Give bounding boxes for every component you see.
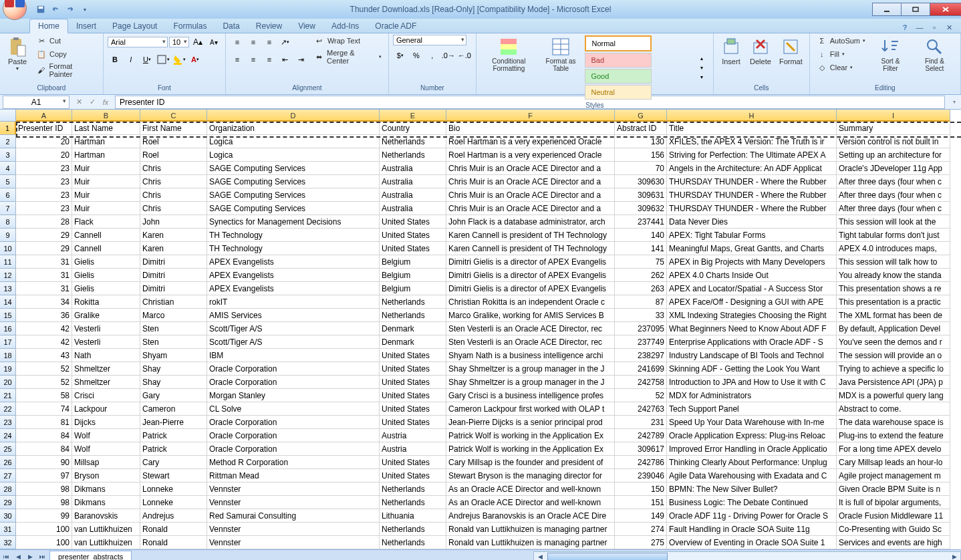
cell[interactable]: Vennster [207,536,380,549]
scroll-right-icon[interactable]: ▶ [948,551,960,561]
row-header[interactable]: 20 [0,376,16,389]
column-header[interactable]: F [446,110,615,122]
column-header[interactable]: B [72,110,140,122]
styles-down-icon[interactable]: ▾ [694,63,709,72]
style-bad[interactable]: Bad [585,53,652,67]
cell[interactable]: This session will talk how to [837,255,950,269]
row-header[interactable]: 4 [0,162,16,175]
cell[interactable]: This session will look at the [837,215,950,229]
formula-expand-icon[interactable]: ▾ [948,96,961,108]
scroll-left-icon[interactable]: ◀ [534,551,546,561]
cell[interactable]: TH Technology [207,229,380,242]
cell[interactable]: Abstract ID [615,122,667,135]
cell[interactable]: Netherlands [380,295,446,309]
column-header[interactable]: E [380,110,446,122]
cell[interactable]: Country [380,122,446,135]
delete-cells-button[interactable]: Delete [747,35,774,83]
cell[interactable]: Organization [207,122,380,135]
cell[interactable]: Tech Support Panel [667,402,837,416]
cell[interactable]: Sten Vesterli is an Oracle ACE Director,… [446,322,615,335]
cell[interactable]: Denmark [380,322,446,335]
cell[interactable]: 31 [16,255,72,269]
cell[interactable]: Hartman [72,148,140,162]
cell[interactable]: Roel Hartman is a very experienced Oracl… [446,135,615,148]
cell[interactable]: 23 [16,188,72,202]
cell[interactable]: 100 [16,523,72,536]
cell[interactable]: Karen [140,242,207,255]
cell[interactable]: Oracle Corporation [207,429,380,442]
cell[interactable]: Gielis [72,282,140,295]
column-header[interactable]: G [615,110,667,122]
cell[interactable]: It is full of bipolar arguments, [837,496,950,509]
decrease-indent-icon[interactable]: ⇤ [278,52,293,67]
sheet-tab[interactable]: presenter_abstracts [49,551,132,560]
cell[interactable]: Denmark [380,335,446,349]
decrease-decimal-icon[interactable]: ←.0 [457,48,472,63]
cell[interactable]: 274 [615,523,667,536]
cell[interactable]: Ronald van Luttikhuizen is managing part… [446,536,615,549]
cell[interactable]: Oracle Corporation [207,376,380,389]
cell[interactable]: Oracle Fusion Middleware 11 [837,509,950,523]
cell[interactable]: 75 [615,255,667,269]
cell[interactable]: Dimitri Gielis is a director of APEX Eva… [446,282,615,295]
cell[interactable]: Australia [380,202,446,215]
cell[interactable]: 263 [615,282,667,295]
cell[interactable]: Gralike [72,309,140,322]
cell[interactable]: Summary [837,122,950,135]
office-button[interactable] [3,0,27,20]
cell[interactable]: 242786 [615,456,667,469]
cell[interactable]: Cannell [72,229,140,242]
row-header[interactable]: 6 [0,188,16,202]
cell[interactable]: Tight tabular forms don't just [837,229,950,242]
sheet-first-icon[interactable]: ⏮ [0,551,12,561]
cell[interactable]: Dimitri Gielis is a director of APEX Eva… [446,269,615,282]
cell[interactable]: By default, Application Devel [837,322,950,335]
cell[interactable]: THURSDAY THUNDER - Where the Rubber [667,188,837,202]
align-right-icon[interactable]: ≡ [262,52,277,67]
cell[interactable]: Given Oracle BPM Suite is n [837,482,950,496]
cell[interactable]: van Luttikhuizen [72,523,140,536]
cell[interactable]: Shyam Nath is a business intelligence ar… [446,349,615,362]
cell[interactable]: Australia [380,188,446,202]
cell[interactable]: Vennster [207,496,380,509]
close-button[interactable] [930,3,961,16]
style-normal[interactable]: Normal [585,35,652,51]
cell[interactable]: Scott/Tiger A/S [207,322,380,335]
cell[interactable]: Netherlands [380,536,446,549]
border-button[interactable]: ▾ [156,52,170,67]
cell[interactable]: Method R Corporation [207,456,380,469]
cell[interactable]: 74 [16,402,72,416]
cell[interactable]: Chris [140,175,207,188]
cell[interactable]: Speed Up Your Data Warehouse with In-me [667,416,837,429]
cell[interactable]: Cameron [140,402,207,416]
cell[interactable]: THURSDAY THUNDER - Where the Rubber [667,202,837,215]
row-header[interactable]: 9 [0,229,16,242]
cell[interactable]: XML Indexing Strategies Choosing the Rig… [667,309,837,322]
tab-insert[interactable]: Insert [68,19,104,33]
cell[interactable]: APEX Face/Off - Designing a GUI with APE [667,295,837,309]
sheet-next-icon[interactable]: ▶ [24,551,36,561]
cell[interactable]: Oracle Corporation [207,442,380,456]
grow-font-icon[interactable]: A▴ [190,35,205,49]
cell[interactable]: Austria [380,429,446,442]
cell[interactable]: 309632 [615,202,667,215]
cell[interactable]: 98 [16,482,72,496]
cell[interactable]: SAGE Computing Services [207,202,380,215]
cell[interactable]: The data warehouse space is [837,416,950,429]
cell[interactable]: 90 [16,456,72,469]
cell[interactable]: Scott/Tiger A/S [207,335,380,349]
cell[interactable]: Belgium [380,269,446,282]
cell[interactable]: Crisci [72,389,140,402]
cell[interactable]: Thinking Clearly About Performance: Unpl… [667,456,837,469]
cell[interactable]: Austria [380,442,446,456]
cell[interactable]: Fault Handling in Oracle SOA Suite 11g [667,523,837,536]
cell[interactable]: 156 [615,148,667,162]
cell[interactable]: Shyam [140,349,207,362]
cell[interactable]: 141 [615,242,667,255]
align-bottom-icon[interactable]: ≡ [262,35,277,49]
cell[interactable]: Shay [140,362,207,376]
cell[interactable]: Lithuania [380,509,446,523]
cell[interactable]: United States [380,416,446,429]
cell[interactable]: Angels in the Architecture: An ADF Appli… [667,162,837,175]
cell[interactable]: Shay [140,376,207,389]
